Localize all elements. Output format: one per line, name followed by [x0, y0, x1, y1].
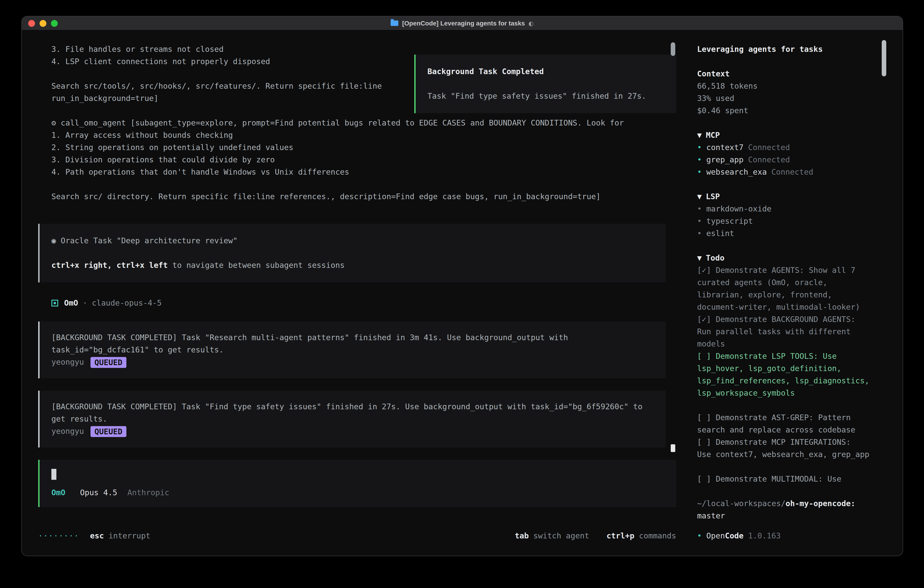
lsp-item: •markdown-oxide [697, 203, 872, 215]
window-title-text: [OpenCode] Leveraging agents for tasks [402, 20, 525, 27]
agent-name: OmO [64, 297, 78, 309]
message-body: [BACKGROUND TASK COMPLETED] Task "Resear… [51, 332, 654, 356]
context-tokens: 66,518 tokens [697, 80, 872, 92]
context-section: Context 66,518 tokens 33% used $0.46 spe… [697, 68, 872, 117]
fullscreen-button[interactable] [51, 20, 58, 26]
esc-key-hint: esc [90, 530, 104, 542]
commands-hint: ctrl+pcommands [606, 530, 676, 542]
mcp-item: •context7Connected [697, 141, 872, 154]
main-scrollbar-marker[interactable] [671, 444, 675, 452]
sidebar: Leveraging agents for tasks Context 66,5… [688, 30, 903, 556]
ctrlp-key-label: commands [639, 531, 676, 540]
bullet-icon: • [697, 167, 702, 177]
bullet-icon: • [697, 216, 702, 226]
message-body: [BACKGROUND TASK COMPLETED] Task "Find t… [51, 401, 654, 425]
todo-item: [ ] Demonstrate MCP INTEGRATIONS: Use co… [697, 436, 872, 461]
status-bar: ········ esc interrupt tabswitch agent c… [38, 530, 676, 542]
mcp-section-label: MCP [706, 130, 720, 140]
message-author: yeongyu [51, 425, 84, 438]
mcp-server-name: grep_app [706, 155, 744, 164]
brand-name-open: Open [706, 530, 725, 542]
terminal-line: 2. String operations on potentially unde… [51, 141, 676, 154]
mcp-item: •grep_appConnected [697, 154, 872, 166]
chevron-down-icon: ▼ [697, 253, 702, 263]
bullet-icon: • [697, 204, 702, 213]
lsp-section: ▼LSP •markdown-oxide •typescript •eslint [697, 190, 872, 239]
main-scrollbar-thumb[interactable] [671, 42, 675, 56]
mcp-server-status: Connected [748, 143, 790, 152]
terminal-line: 3. File handles or streams not closed [51, 43, 676, 56]
subagent-nav-hint: ctrl+x right, ctrl+x left to navigate be… [51, 259, 654, 271]
prompt-input-area[interactable]: OmO Opus 4.5 Anthropic [38, 460, 676, 507]
background-task-toast: Background Task Completed Task "Find typ… [414, 55, 676, 113]
terminal-line: 1. Array access without bounds checking [51, 129, 676, 141]
context-used: 33% used [697, 92, 872, 105]
screen: [OpenCode] Leveraging agents for tasks ◐… [0, 0, 924, 588]
hint-text: to navigate between subagent sessions [168, 261, 345, 270]
window-content: 3. File handles or streams not closed 4.… [22, 30, 903, 556]
close-button[interactable] [28, 20, 35, 26]
spinner-dots: ········ [38, 530, 79, 542]
agent-header: OmO · claude-opus-4-5 [38, 297, 676, 309]
lsp-section-label: LSP [706, 192, 720, 201]
workspace-path-line: ~/local-workspaces/oh-my-opencode: [697, 497, 872, 510]
lsp-server-name: typescript [706, 216, 753, 226]
todo-item: [ ] Demonstrate MULTIMODAL: Use [697, 473, 872, 485]
mcp-section-header[interactable]: ▼MCP [697, 129, 872, 141]
bullet-icon: • [697, 155, 702, 164]
ctrlp-key-hint: ctrl+p [606, 531, 634, 540]
mcp-server-name: websearch_exa [706, 167, 767, 177]
todo-item: [✓] Demonstrate BACKGROUND AGENTS: Run p… [697, 313, 872, 350]
todo-section-label: Todo [706, 253, 724, 263]
mcp-section: ▼MCP •context7Connected •grep_appConnect… [697, 129, 872, 178]
todo-item: [✓] Demonstrate AGENTS: Show all 7 curat… [697, 264, 872, 313]
status-bar-right: tabswitch agent ctrl+pcommands [497, 530, 676, 542]
tab-hint: tabswitch agent [515, 530, 589, 542]
separator-dot: · [82, 297, 87, 309]
message-meta: yeongyu QUEUED [51, 425, 654, 438]
chevron-down-icon: ▼ [697, 192, 702, 201]
minimize-button[interactable] [40, 20, 46, 26]
terminal-line [51, 178, 676, 190]
app-version-footer: • Open Code 1.0.163 [697, 530, 872, 542]
background-task-message: [BACKGROUND TASK COMPLETED] Task "Find t… [38, 391, 666, 448]
todo-item: [ ] Demonstrate LSP TOOLS: Use lsp_hover… [697, 350, 872, 399]
app-version: 1.0.163 [748, 530, 780, 542]
lsp-item: •eslint [697, 227, 872, 239]
terminal-line: Search src/ directory. Return specific f… [51, 190, 676, 203]
model-version: Opus 4.5 [80, 488, 117, 497]
terminal-line: 3. Division operations that could divide… [51, 154, 676, 166]
terminal-window: [OpenCode] Leveraging agents for tasks ◐… [22, 17, 903, 556]
progress-circle-icon: ◐ [529, 20, 534, 26]
folder-icon [391, 20, 399, 26]
oracle-task-title: ◉ Oracle Task "Deep architecture review" [51, 235, 654, 247]
mcp-server-name: context7 [706, 143, 744, 152]
window-title: [OpenCode] Leveraging agents for tasks ◐ [22, 20, 903, 27]
workspace-repo: oh-my-opencode: [785, 499, 855, 508]
chevron-down-icon: ▼ [697, 130, 702, 140]
mcp-server-status: Connected [748, 155, 790, 164]
toast-body: Task "Find type safety issues" finished … [427, 90, 664, 102]
tab-key-label: switch agent [533, 531, 589, 540]
lsp-server-name: eslint [706, 229, 734, 238]
window-controls [28, 20, 58, 26]
tab-key-hint: tab [515, 531, 529, 540]
model-agent-name: OmO [51, 488, 65, 497]
workspace-prefix: ~/local-workspaces/ [697, 499, 785, 508]
status-badge: QUEUED [90, 426, 126, 437]
message-meta: yeongyu QUEUED [51, 356, 654, 368]
bullet-icon: • [697, 229, 702, 238]
tool-call-line: ⚙ call_omo_agent [subagent_type=explore,… [51, 117, 676, 129]
text-cursor [51, 469, 56, 480]
sidebar-scrollbar-thumb[interactable] [882, 40, 886, 76]
chat-area: 3. File handles or streams not closed 4.… [22, 30, 688, 556]
background-task-message: [BACKGROUND TASK COMPLETED] Task "Resear… [38, 322, 666, 378]
prompt-input[interactable] [51, 468, 664, 480]
lsp-server-name: markdown-oxide [706, 204, 772, 213]
oracle-task-panel: ◉ Oracle Task "Deep architecture review"… [38, 224, 666, 282]
todo-section: ▼Todo [✓] Demonstrate AGENTS: Show all 7… [697, 252, 872, 485]
lsp-section-header[interactable]: ▼LSP [697, 190, 872, 203]
todo-section-header[interactable]: ▼Todo [697, 252, 872, 264]
hint-keys: ctrl+x right, ctrl+x left [51, 261, 168, 270]
model-indicator: OmO Opus 4.5 Anthropic [51, 487, 664, 499]
